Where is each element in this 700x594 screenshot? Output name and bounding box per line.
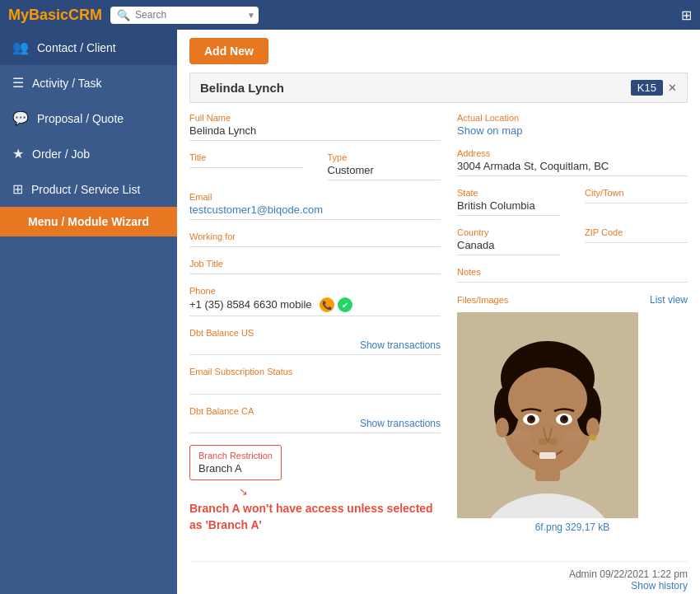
svg-point-19 xyxy=(538,438,548,445)
notes-value xyxy=(457,278,688,283)
phone-label: Phone xyxy=(189,286,441,296)
sidebar-item-proposal[interactable]: 💬 Proposal / Quote xyxy=(0,101,177,136)
sidebar-item-activity[interactable]: ☰ Activity / Task xyxy=(0,65,177,101)
photo-caption: 6f.png 329,17 kB xyxy=(457,522,688,533)
branch-restriction-label: Branch Restriction xyxy=(198,451,273,461)
title-value xyxy=(189,164,303,168)
annotation-text: Branch A won't have access unless select… xyxy=(189,501,441,533)
sidebar: 👥 Contact / Client ☰ Activity / Task 💬 P… xyxy=(0,30,177,594)
working-for-field: Working for xyxy=(189,232,441,247)
title-label: Title xyxy=(189,152,303,162)
svg-point-12 xyxy=(508,367,587,430)
form-right: Actual Location Show on map Address 3004… xyxy=(457,113,688,545)
branch-restriction-section: Branch Restriction Branch A ↘ Branch A w… xyxy=(189,445,441,533)
email-sub-value xyxy=(189,378,441,395)
country-value: Canada xyxy=(457,239,560,255)
working-for-label: Working for xyxy=(189,232,441,241)
search-input[interactable] xyxy=(135,9,242,21)
search-bar[interactable]: 🔍 ▼ xyxy=(110,7,259,24)
branch-restriction-box: Branch Restriction Branch A xyxy=(189,445,282,480)
full-name-value: Belinda Lynch xyxy=(189,124,441,141)
show-history-link[interactable]: Show history xyxy=(631,580,688,592)
zip-label: ZIP Code xyxy=(585,227,688,237)
job-title-value xyxy=(189,270,441,274)
record-header: Belinda Lynch K15 ✕ xyxy=(189,72,688,103)
address-value: 3004 Armada St, Coquitlam, BC xyxy=(457,160,688,176)
admin-info: Admin 09/22/2021 1:22 pm xyxy=(189,568,688,580)
full-name-label: Full Name xyxy=(189,113,441,123)
sidebar-item-label: Activity / Task xyxy=(32,77,102,90)
phone-field: Phone +1 (35) 8584 6630 mobile 📞 ✔ xyxy=(189,286,441,316)
dbt-balance-us-field: Dbt Balance US Show transactions xyxy=(189,328,441,355)
actual-location-field: Actual Location Show on map xyxy=(457,113,688,137)
phone-icons: 📞 ✔ xyxy=(320,297,352,312)
phone-value: +1 (35) 8584 6630 mobile 📞 ✔ xyxy=(189,297,441,316)
grid-icon[interactable]: ⊞ xyxy=(681,7,692,23)
logo-basic: Basic xyxy=(29,7,68,23)
svg-point-26 xyxy=(564,429,584,442)
sidebar-item-label: Order / Job xyxy=(32,147,90,161)
email-field: Email testcustomer1@biqode.com xyxy=(189,192,441,220)
address-label: Address xyxy=(457,148,688,158)
sidebar-item-order[interactable]: ★ Order / Job xyxy=(0,136,177,171)
phone-call-icon[interactable]: 📞 xyxy=(320,297,334,312)
working-for-value xyxy=(189,243,441,247)
email-value[interactable]: testcustomer1@biqode.com xyxy=(189,203,441,220)
title-type-row: Title Type Customer xyxy=(189,152,441,192)
svg-point-20 xyxy=(548,438,558,445)
files-label: Files/Images xyxy=(457,295,508,305)
list-view-link[interactable]: List view xyxy=(650,294,688,306)
activity-icon: ☰ xyxy=(12,75,24,91)
files-header: Files/Images List view xyxy=(457,294,688,306)
notes-field: Notes xyxy=(457,267,688,283)
main-content: Add New Belinda Lynch K15 ✕ Full Name Be… xyxy=(177,30,700,594)
app-header: MyBasicCRM 🔍 ▼ ⊞ xyxy=(0,0,700,30)
email-sub-label: Email Subscription Status xyxy=(189,367,441,377)
sidebar-item-label: Proposal / Quote xyxy=(37,112,124,125)
show-transactions-2-link[interactable]: Show transactions xyxy=(360,418,441,429)
type-label: Type xyxy=(328,152,441,162)
svg-point-18 xyxy=(563,417,567,420)
city-field: City/Town xyxy=(585,188,688,216)
branch-value: Branch A xyxy=(198,462,273,475)
type-field: Type Customer xyxy=(328,152,441,180)
dbt-ca-label: Dbt Balance CA xyxy=(189,406,441,416)
job-title-label: Job Title xyxy=(189,259,441,269)
sidebar-item-contact[interactable]: 👥 Contact / Client xyxy=(0,30,177,65)
state-city-row: State British Columbia City/Town xyxy=(457,188,688,227)
close-button[interactable]: ✕ xyxy=(668,82,677,94)
contact-icon: 👥 xyxy=(12,40,29,55)
country-zip-row: Country Canada ZIP Code xyxy=(457,227,688,267)
whatsapp-icon[interactable]: ✔ xyxy=(338,297,352,312)
dbt-balance-ca-field: Dbt Balance CA Show transactions xyxy=(189,406,441,433)
logo-crm: CRM xyxy=(68,7,102,23)
record-badge: K15 xyxy=(631,80,663,96)
title-field: Title xyxy=(189,152,303,180)
sidebar-item-label: Contact / Client xyxy=(37,41,116,54)
email-sub-field: Email Subscription Status xyxy=(189,367,441,395)
address-field: Address 3004 Armada St, Coquitlam, BC xyxy=(457,148,688,176)
zip-field: ZIP Code xyxy=(585,227,688,255)
notes-label: Notes xyxy=(457,267,688,277)
add-new-button[interactable]: Add New xyxy=(189,38,268,64)
full-name-field: Full Name Belinda Lynch xyxy=(189,113,441,141)
product-icon: ⊞ xyxy=(12,181,23,197)
app-logo: MyBasicCRM xyxy=(8,7,102,24)
city-value xyxy=(585,199,688,203)
order-icon: ★ xyxy=(12,146,24,161)
svg-point-17 xyxy=(530,417,534,420)
city-label: City/Town xyxy=(585,188,688,198)
menu-module-wizard-button[interactable]: Menu / Module Wizard xyxy=(0,207,177,236)
show-transactions-1-link[interactable]: Show transactions xyxy=(360,339,441,351)
form-grid: Full Name Belinda Lynch Title Type Custo… xyxy=(189,113,688,545)
show-on-map-link[interactable]: Show on map xyxy=(457,124,523,137)
sidebar-item-product[interactable]: ⊞ Product / Service List xyxy=(0,171,177,207)
type-value: Customer xyxy=(328,164,441,180)
job-title-field: Job Title xyxy=(189,259,441,274)
record-footer: Admin 09/22/2021 1:22 pm Show history xyxy=(189,561,688,592)
sidebar-item-label: Product / Service List xyxy=(31,183,140,196)
country-field: Country Canada xyxy=(457,227,560,255)
country-label: Country xyxy=(457,227,560,237)
form-left: Full Name Belinda Lynch Title Type Custo… xyxy=(189,113,441,545)
svg-rect-21 xyxy=(539,452,556,459)
